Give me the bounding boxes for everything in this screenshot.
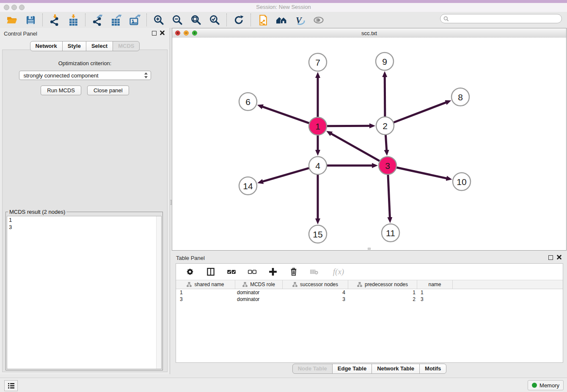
graph-node-14[interactable]: 14 (239, 177, 257, 195)
graph-edge-1-6[interactable] (262, 107, 309, 123)
import-table-button[interactable] (67, 14, 79, 26)
column-header-mcds-role[interactable]: MCDS role (235, 280, 283, 289)
run-mcds-button[interactable]: Run MCDS (41, 86, 81, 95)
table-cell[interactable]: 3 (176, 296, 235, 302)
graph-node-6[interactable]: 6 (239, 93, 257, 110)
zoom-fit-icon (190, 14, 202, 26)
save-floppy-icon (25, 15, 36, 25)
delete-table-button[interactable] (308, 266, 320, 278)
graph-edge-2-3[interactable] (385, 135, 386, 150)
tab-edge-table[interactable]: Edge Table (332, 364, 372, 374)
export-table-icon (110, 14, 122, 26)
attribute-tree-icon (187, 282, 192, 287)
table-cell[interactable]: dominator (235, 296, 283, 302)
float-panel-icon[interactable] (152, 31, 157, 36)
table-cell[interactable]: 1 (417, 290, 453, 295)
show-columns-button[interactable] (205, 266, 217, 278)
apply-layout-button[interactable] (233, 14, 245, 26)
home-button[interactable] (275, 14, 287, 26)
graph-edge-3-11[interactable] (388, 174, 390, 218)
export-image-button[interactable] (129, 14, 140, 26)
show-graphics-details-button[interactable] (313, 14, 325, 26)
tab-network-table[interactable]: Network Table (372, 364, 420, 374)
zoom-selected-button[interactable] (209, 14, 220, 26)
export-table-button[interactable] (110, 14, 122, 26)
table-cell[interactable]: 1 (176, 290, 235, 295)
result-line: 3 (7, 224, 161, 231)
graph-node-label: 15 (313, 229, 322, 239)
add-column-button[interactable] (267, 266, 279, 278)
table-cell[interactable]: 1 (348, 290, 417, 295)
zoom-in-button[interactable] (153, 14, 165, 26)
tab-select[interactable]: Select (86, 41, 113, 51)
delete-columns-button[interactable] (288, 266, 300, 278)
column-header-successor-nodes[interactable]: successor nodes (283, 280, 348, 289)
graph-node-10[interactable]: 10 (453, 173, 471, 190)
graph-node-1[interactable]: 1 (309, 117, 327, 135)
table-cell[interactable]: 4 (283, 290, 348, 295)
close-panel-icon[interactable] (160, 30, 165, 36)
task-history-button[interactable] (4, 380, 18, 391)
tab-mcds[interactable]: MCDS (113, 41, 140, 51)
optimization-criterion-select[interactable]: strongly connected component (19, 71, 151, 80)
open-session-button[interactable] (6, 14, 18, 26)
memory-button[interactable]: Memory (528, 380, 564, 390)
graph-node-4[interactable]: 4 (309, 157, 327, 174)
search-input[interactable] (451, 14, 561, 23)
graph-node-label: 8 (458, 92, 463, 102)
column-header-predecessor-nodes[interactable]: predecessor nodes (348, 280, 417, 289)
table-mode-button[interactable] (184, 266, 196, 278)
graph-node-label: 11 (386, 228, 395, 238)
table-row[interactable]: 1dominator411 (176, 289, 563, 296)
network-view-window: scc.txt 7968124314101511 (172, 28, 567, 251)
network-document-button[interactable] (257, 14, 269, 26)
table-cell[interactable]: 2 (348, 296, 417, 302)
graph-edge-4-14[interactable] (263, 168, 309, 182)
close-panel-button[interactable]: Close panel (87, 86, 129, 95)
graph-edge-1-2[interactable] (327, 126, 370, 126)
graph-node-3[interactable]: 3 (379, 157, 396, 174)
zoom-out-button[interactable] (171, 14, 183, 26)
deselect-all-button[interactable] (246, 266, 258, 278)
column-header-name[interactable]: name (417, 280, 453, 289)
zoom-fit-button[interactable] (190, 14, 202, 26)
graph-node-2[interactable]: 2 (376, 117, 394, 135)
delete-table-icon (309, 267, 319, 276)
graph-node-9[interactable]: 9 (376, 52, 394, 70)
float-table-panel-icon[interactable] (548, 255, 553, 260)
import-network-button[interactable] (49, 14, 61, 26)
graph-node-7[interactable]: 7 (309, 53, 327, 71)
save-session-button[interactable] (25, 14, 36, 26)
graph-node-11[interactable]: 11 (382, 224, 399, 242)
graph-edge-2-8[interactable] (394, 102, 446, 123)
result-scrollbar[interactable] (156, 216, 161, 369)
table-row[interactable]: 3dominator323 (176, 296, 563, 303)
graph-node-15[interactable]: 15 (309, 225, 327, 243)
tab-style[interactable]: Style (62, 41, 86, 51)
function-builder-button[interactable]: f(x) (329, 266, 348, 278)
table-cell[interactable]: 3 (417, 296, 453, 302)
tab-motifs[interactable]: Motifs (419, 364, 446, 374)
column-header-shared-name[interactable]: shared name (176, 280, 235, 289)
tab-node-table[interactable]: Node Table (292, 364, 333, 374)
network-window-titlebar[interactable]: scc.txt (172, 28, 566, 38)
select-all-button[interactable] (226, 266, 237, 278)
export-network-icon (92, 14, 103, 26)
network-canvas[interactable]: 7968124314101511 (172, 38, 566, 250)
gear-icon (185, 267, 195, 276)
graph-node-8[interactable]: 8 (451, 88, 469, 106)
close-table-panel-icon[interactable] (556, 254, 562, 260)
export-network-button[interactable] (91, 14, 103, 26)
tab-network[interactable]: Network (30, 41, 63, 51)
mcds-result-text-area[interactable]: 1 3 (7, 216, 162, 369)
window-title: Session: New Session (0, 4, 567, 10)
table-cell[interactable]: dominator (235, 290, 283, 295)
import-table-icon (68, 14, 79, 26)
graph-edge-2-9[interactable] (385, 77, 385, 117)
network-window-resize-handle[interactable] (368, 248, 371, 250)
graph-edge-3-10[interactable] (396, 167, 447, 178)
graph-edge-3-1[interactable] (331, 134, 380, 161)
search-field[interactable] (440, 14, 562, 23)
table-cell[interactable]: 3 (283, 296, 348, 302)
vizmapper-button[interactable]: V (294, 14, 306, 26)
